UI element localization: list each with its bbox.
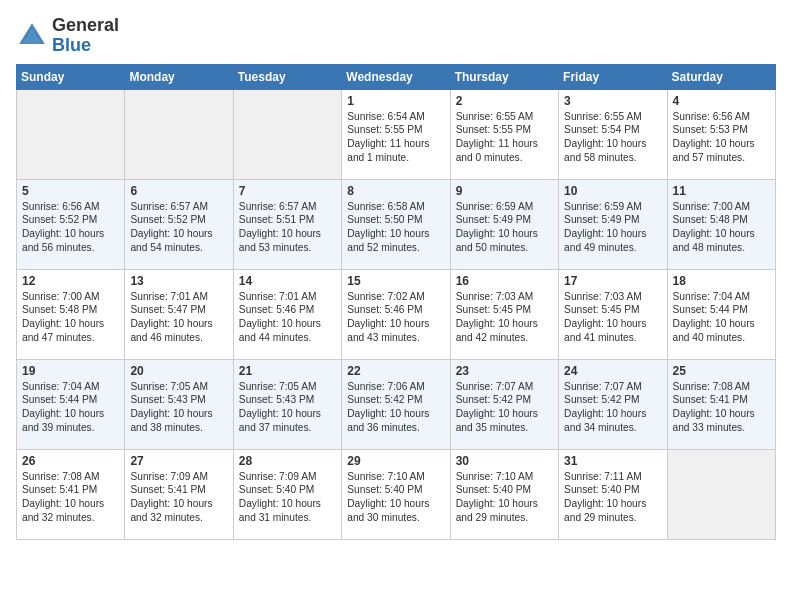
- day-number: 2: [456, 94, 553, 108]
- cell-content: Sunrise: 6:58 AM Sunset: 5:50 PM Dayligh…: [347, 200, 444, 255]
- cell-content: Sunrise: 6:57 AM Sunset: 5:51 PM Dayligh…: [239, 200, 336, 255]
- calendar-cell: 23Sunrise: 7:07 AM Sunset: 5:42 PM Dayli…: [450, 359, 558, 449]
- calendar-cell: [233, 89, 341, 179]
- calendar-header: SundayMondayTuesdayWednesdayThursdayFrid…: [17, 64, 776, 89]
- day-number: 20: [130, 364, 227, 378]
- cell-content: Sunrise: 7:04 AM Sunset: 5:44 PM Dayligh…: [673, 290, 770, 345]
- day-number: 1: [347, 94, 444, 108]
- calendar-cell: 2Sunrise: 6:55 AM Sunset: 5:55 PM Daylig…: [450, 89, 558, 179]
- week-row-2: 5Sunrise: 6:56 AM Sunset: 5:52 PM Daylig…: [17, 179, 776, 269]
- cell-content: Sunrise: 6:56 AM Sunset: 5:52 PM Dayligh…: [22, 200, 119, 255]
- calendar-cell: 16Sunrise: 7:03 AM Sunset: 5:45 PM Dayli…: [450, 269, 558, 359]
- day-number: 27: [130, 454, 227, 468]
- day-number: 29: [347, 454, 444, 468]
- day-number: 6: [130, 184, 227, 198]
- day-number: 14: [239, 274, 336, 288]
- calendar-cell: 19Sunrise: 7:04 AM Sunset: 5:44 PM Dayli…: [17, 359, 125, 449]
- day-number: 24: [564, 364, 661, 378]
- day-header-saturday: Saturday: [667, 64, 775, 89]
- day-number: 8: [347, 184, 444, 198]
- page-header: General Blue: [16, 16, 776, 56]
- cell-content: Sunrise: 7:11 AM Sunset: 5:40 PM Dayligh…: [564, 470, 661, 525]
- cell-content: Sunrise: 7:00 AM Sunset: 5:48 PM Dayligh…: [22, 290, 119, 345]
- calendar-cell: 18Sunrise: 7:04 AM Sunset: 5:44 PM Dayli…: [667, 269, 775, 359]
- day-number: 4: [673, 94, 770, 108]
- day-number: 30: [456, 454, 553, 468]
- cell-content: Sunrise: 6:59 AM Sunset: 5:49 PM Dayligh…: [456, 200, 553, 255]
- day-number: 31: [564, 454, 661, 468]
- calendar-cell: 14Sunrise: 7:01 AM Sunset: 5:46 PM Dayli…: [233, 269, 341, 359]
- cell-content: Sunrise: 7:10 AM Sunset: 5:40 PM Dayligh…: [347, 470, 444, 525]
- calendar-cell: 30Sunrise: 7:10 AM Sunset: 5:40 PM Dayli…: [450, 449, 558, 539]
- cell-content: Sunrise: 7:09 AM Sunset: 5:40 PM Dayligh…: [239, 470, 336, 525]
- day-header-sunday: Sunday: [17, 64, 125, 89]
- cell-content: Sunrise: 7:01 AM Sunset: 5:46 PM Dayligh…: [239, 290, 336, 345]
- calendar-cell: 15Sunrise: 7:02 AM Sunset: 5:46 PM Dayli…: [342, 269, 450, 359]
- calendar-cell: 28Sunrise: 7:09 AM Sunset: 5:40 PM Dayli…: [233, 449, 341, 539]
- calendar-cell: 22Sunrise: 7:06 AM Sunset: 5:42 PM Dayli…: [342, 359, 450, 449]
- calendar-cell: 17Sunrise: 7:03 AM Sunset: 5:45 PM Dayli…: [559, 269, 667, 359]
- day-number: 21: [239, 364, 336, 378]
- calendar-cell: 29Sunrise: 7:10 AM Sunset: 5:40 PM Dayli…: [342, 449, 450, 539]
- calendar-table: SundayMondayTuesdayWednesdayThursdayFrid…: [16, 64, 776, 540]
- calendar-cell: 1Sunrise: 6:54 AM Sunset: 5:55 PM Daylig…: [342, 89, 450, 179]
- cell-content: Sunrise: 7:07 AM Sunset: 5:42 PM Dayligh…: [564, 380, 661, 435]
- calendar-cell: [125, 89, 233, 179]
- week-row-4: 19Sunrise: 7:04 AM Sunset: 5:44 PM Dayli…: [17, 359, 776, 449]
- calendar-cell: 21Sunrise: 7:05 AM Sunset: 5:43 PM Dayli…: [233, 359, 341, 449]
- cell-content: Sunrise: 7:05 AM Sunset: 5:43 PM Dayligh…: [130, 380, 227, 435]
- cell-content: Sunrise: 7:04 AM Sunset: 5:44 PM Dayligh…: [22, 380, 119, 435]
- cell-content: Sunrise: 6:56 AM Sunset: 5:53 PM Dayligh…: [673, 110, 770, 165]
- day-number: 9: [456, 184, 553, 198]
- cell-content: Sunrise: 7:09 AM Sunset: 5:41 PM Dayligh…: [130, 470, 227, 525]
- cell-content: Sunrise: 6:54 AM Sunset: 5:55 PM Dayligh…: [347, 110, 444, 165]
- day-header-monday: Monday: [125, 64, 233, 89]
- calendar-cell: 20Sunrise: 7:05 AM Sunset: 5:43 PM Dayli…: [125, 359, 233, 449]
- logo: General Blue: [16, 16, 119, 56]
- cell-content: Sunrise: 7:10 AM Sunset: 5:40 PM Dayligh…: [456, 470, 553, 525]
- calendar-cell: 24Sunrise: 7:07 AM Sunset: 5:42 PM Dayli…: [559, 359, 667, 449]
- calendar-cell: 10Sunrise: 6:59 AM Sunset: 5:49 PM Dayli…: [559, 179, 667, 269]
- day-number: 18: [673, 274, 770, 288]
- cell-content: Sunrise: 6:57 AM Sunset: 5:52 PM Dayligh…: [130, 200, 227, 255]
- calendar-cell: 25Sunrise: 7:08 AM Sunset: 5:41 PM Dayli…: [667, 359, 775, 449]
- day-header-row: SundayMondayTuesdayWednesdayThursdayFrid…: [17, 64, 776, 89]
- cell-content: Sunrise: 7:02 AM Sunset: 5:46 PM Dayligh…: [347, 290, 444, 345]
- cell-content: Sunrise: 7:03 AM Sunset: 5:45 PM Dayligh…: [564, 290, 661, 345]
- cell-content: Sunrise: 7:08 AM Sunset: 5:41 PM Dayligh…: [673, 380, 770, 435]
- cell-content: Sunrise: 6:55 AM Sunset: 5:55 PM Dayligh…: [456, 110, 553, 165]
- calendar-cell: [667, 449, 775, 539]
- day-header-thursday: Thursday: [450, 64, 558, 89]
- day-number: 11: [673, 184, 770, 198]
- day-number: 17: [564, 274, 661, 288]
- day-number: 16: [456, 274, 553, 288]
- day-header-tuesday: Tuesday: [233, 64, 341, 89]
- day-number: 22: [347, 364, 444, 378]
- day-number: 28: [239, 454, 336, 468]
- day-number: 10: [564, 184, 661, 198]
- day-number: 5: [22, 184, 119, 198]
- cell-content: Sunrise: 7:07 AM Sunset: 5:42 PM Dayligh…: [456, 380, 553, 435]
- calendar-body: 1Sunrise: 6:54 AM Sunset: 5:55 PM Daylig…: [17, 89, 776, 539]
- logo-text: General Blue: [52, 16, 119, 56]
- calendar-cell: 27Sunrise: 7:09 AM Sunset: 5:41 PM Dayli…: [125, 449, 233, 539]
- day-number: 19: [22, 364, 119, 378]
- calendar-cell: 8Sunrise: 6:58 AM Sunset: 5:50 PM Daylig…: [342, 179, 450, 269]
- day-number: 15: [347, 274, 444, 288]
- day-number: 3: [564, 94, 661, 108]
- cell-content: Sunrise: 7:06 AM Sunset: 5:42 PM Dayligh…: [347, 380, 444, 435]
- cell-content: Sunrise: 6:59 AM Sunset: 5:49 PM Dayligh…: [564, 200, 661, 255]
- cell-content: Sunrise: 7:05 AM Sunset: 5:43 PM Dayligh…: [239, 380, 336, 435]
- calendar-cell: 6Sunrise: 6:57 AM Sunset: 5:52 PM Daylig…: [125, 179, 233, 269]
- calendar-cell: 4Sunrise: 6:56 AM Sunset: 5:53 PM Daylig…: [667, 89, 775, 179]
- day-number: 12: [22, 274, 119, 288]
- calendar-cell: 31Sunrise: 7:11 AM Sunset: 5:40 PM Dayli…: [559, 449, 667, 539]
- calendar-cell: 26Sunrise: 7:08 AM Sunset: 5:41 PM Dayli…: [17, 449, 125, 539]
- calendar-cell: [17, 89, 125, 179]
- calendar-cell: 7Sunrise: 6:57 AM Sunset: 5:51 PM Daylig…: [233, 179, 341, 269]
- calendar-cell: 12Sunrise: 7:00 AM Sunset: 5:48 PM Dayli…: [17, 269, 125, 359]
- week-row-3: 12Sunrise: 7:00 AM Sunset: 5:48 PM Dayli…: [17, 269, 776, 359]
- calendar-cell: 11Sunrise: 7:00 AM Sunset: 5:48 PM Dayli…: [667, 179, 775, 269]
- calendar-cell: 9Sunrise: 6:59 AM Sunset: 5:49 PM Daylig…: [450, 179, 558, 269]
- cell-content: Sunrise: 7:00 AM Sunset: 5:48 PM Dayligh…: [673, 200, 770, 255]
